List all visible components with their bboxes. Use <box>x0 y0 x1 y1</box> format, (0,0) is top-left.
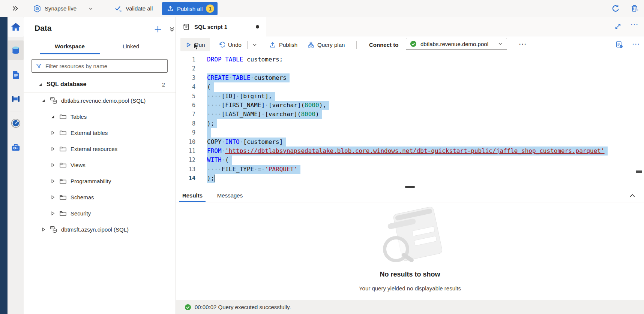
query-plan-label: Query plan <box>317 42 345 48</box>
tab-linked[interactable]: Linked <box>108 39 153 53</box>
tree-item-security[interactable]: Security <box>24 205 176 221</box>
undo-button[interactable]: Undo <box>218 36 242 53</box>
tree-item-dbtmsft-azsyn-cipool-sql[interactable]: dbtmsft.azsyn.cipool (SQL) <box>24 221 176 238</box>
mode-selector-synapse-live[interactable]: Synapse live <box>33 0 93 17</box>
tree-item-views[interactable]: Views <box>24 157 176 173</box>
code-line-7[interactable]: 7····[LAST_NAME]·[varchar](8000) <box>176 110 644 119</box>
toolbar-more-icon[interactable]: ··· <box>519 41 527 47</box>
toolbar-right-more-icon[interactable]: ··· <box>632 41 640 47</box>
nav-integrate[interactable] <box>8 89 24 109</box>
caret-collapsed-icon[interactable] <box>50 163 56 167</box>
tree-item-schemas[interactable]: Schemas <box>24 189 176 205</box>
left-nav-rail <box>0 17 24 314</box>
code-line-3[interactable]: 3CREATE·TABLE·customers <box>176 73 644 82</box>
tree-item-tables[interactable]: Tables <box>24 109 176 125</box>
code-line-12[interactable]: 12WITH·( <box>176 156 644 164</box>
nav-data[interactable] <box>8 40 24 60</box>
caret-collapsed-icon[interactable] <box>50 211 56 216</box>
code-line-5[interactable]: 5····[ID]·[bigint], <box>176 92 644 101</box>
expand-editor-icon[interactable] <box>614 23 621 30</box>
publish-all-button[interactable]: Publish all 1 <box>162 2 218 15</box>
add-resource-icon[interactable] <box>154 25 162 33</box>
line-number: 2 <box>176 64 195 73</box>
line-number: 6 <box>176 101 195 110</box>
caret-expanded-icon[interactable] <box>40 98 46 103</box>
caret-collapsed-icon[interactable] <box>50 179 56 184</box>
undo-dropdown-chevron-icon[interactable] <box>252 42 257 48</box>
query-plan-button[interactable]: Query plan <box>308 36 345 53</box>
code-line-4[interactable]: 4( <box>176 82 644 91</box>
line-number: 1 <box>176 55 195 64</box>
tree-item-sql-database[interactable]: SQL database2 <box>24 76 176 93</box>
toolbar-separator <box>356 41 357 49</box>
publish-button[interactable]: Publish <box>269 36 297 53</box>
tree-item-dbtlabs-revenue-demo-pool-sql[interactable]: dbtlabs.revenue.demo.pool (SQL) <box>24 93 176 109</box>
empty-results-subtitle: Your query yielded no displayable result… <box>176 285 644 292</box>
nav-monitor[interactable] <box>8 114 24 133</box>
caret-collapsed-icon[interactable] <box>50 130 56 135</box>
tree-item-external-resources[interactable]: External resources <box>24 141 176 157</box>
undo-icon <box>218 42 225 48</box>
caret-collapsed-icon[interactable] <box>50 195 56 200</box>
code-line-6[interactable]: 6····[FIRST_NAME]·[varchar](8000), <box>176 101 644 110</box>
nav-develop[interactable] <box>8 65 24 85</box>
publish-count-badge: 1 <box>206 4 214 13</box>
pipeline-icon <box>10 93 21 105</box>
code-line-9[interactable]: 9 <box>176 128 644 137</box>
validate-all-button[interactable]: Validate all <box>114 0 153 17</box>
toolbar-separator <box>247 41 248 49</box>
editor-toolbar: Run Undo Publish <box>176 36 644 53</box>
folder-icon <box>59 162 67 168</box>
tab-workspace-label: Workspace <box>55 43 85 49</box>
results-tab-underline <box>179 201 206 202</box>
nav-manage[interactable] <box>8 138 24 157</box>
tab-results[interactable]: Results <box>181 189 204 202</box>
code-line-2[interactable]: 2 <box>176 64 644 73</box>
line-number: 10 <box>176 138 195 147</box>
tree-item-external-tables[interactable]: External tables <box>24 125 176 141</box>
resource-tree: SQL database2dbtlabs.revenue.demo.pool (… <box>24 76 176 238</box>
mode-label: Synapse live <box>45 5 77 12</box>
tree-item-label: dbtlabs.revenue.demo.pool (SQL) <box>61 97 146 104</box>
tree-item-programmability[interactable]: Programmability <box>24 173 176 189</box>
tab-workspace[interactable]: Workspace <box>40 39 100 53</box>
code-line-8[interactable]: 8); <box>176 119 644 128</box>
line-number: 3 <box>176 73 195 82</box>
home-icon <box>10 21 21 33</box>
top-command-bar: Synapse live Validate all Publish all 1 <box>0 0 644 17</box>
caret-expanded-icon[interactable] <box>37 82 43 87</box>
code-line-11[interactable]: 11FROM·'https://dbtlabsynapsedatalake.bl… <box>176 147 644 156</box>
collapse-results-chevron-icon[interactable] <box>629 192 636 199</box>
chevrons-right-icon[interactable] <box>12 5 19 12</box>
line-number: 14 <box>176 174 195 183</box>
code-line-14[interactable]: 14); <box>176 174 644 183</box>
code-line-10[interactable]: 10COPY·INTO·[customers] <box>176 138 644 147</box>
pool-selector-dropdown[interactable]: dbtlabs.revenue.demo.pool <box>406 38 507 50</box>
rail-accent-strip <box>0 17 8 314</box>
discard-trash-icon[interactable] <box>630 4 639 13</box>
double-chevron-down-icon[interactable] <box>169 26 175 33</box>
scrollbar-cursor-marker[interactable] <box>636 170 642 173</box>
tab-sql-script-1[interactable]: SQL script 1 <box>176 17 266 36</box>
filter-resources-input[interactable]: Filter resources by name <box>32 59 168 73</box>
sql-code-editor[interactable]: 1DROP TABLE customers;23CREATE·TABLE·cus… <box>176 53 644 185</box>
active-tab-underline <box>40 53 100 54</box>
caret-collapsed-icon[interactable] <box>40 227 46 232</box>
splitter-handle[interactable] <box>405 186 415 188</box>
line-number: 8 <box>176 119 195 128</box>
refresh-icon[interactable] <box>611 4 620 13</box>
results-splitter[interactable] <box>176 185 644 189</box>
nav-home[interactable] <box>8 17 24 37</box>
folder-icon <box>59 194 67 200</box>
view-settings-icon[interactable] <box>615 41 623 48</box>
line-number: 5 <box>176 92 195 101</box>
tab-messages[interactable]: Messages <box>215 189 245 202</box>
no-results-illustration <box>380 208 444 267</box>
caret-collapsed-icon[interactable] <box>50 147 56 151</box>
tab-strip-more-icon[interactable]: ··· <box>631 21 639 28</box>
tab-messages-label: Messages <box>217 192 243 199</box>
caret-expanded-icon[interactable] <box>50 114 56 119</box>
code-line-1[interactable]: 1DROP TABLE customers; <box>176 55 644 64</box>
code-line-13[interactable]: 13····FILE_TYPE·=·'PARQUET' <box>176 165 644 174</box>
unsaved-changes-dot <box>256 25 259 28</box>
